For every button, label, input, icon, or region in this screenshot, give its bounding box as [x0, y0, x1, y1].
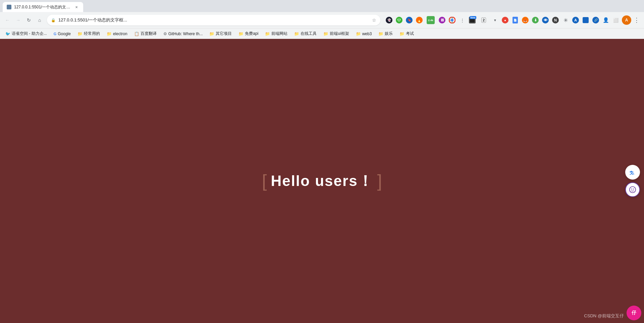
toolbar-icons: 👻 🛡 🔖 🔥 2.4k 🖼: [384, 15, 641, 25]
bookmark-entertainment[interactable]: 📁 娱乐: [376, 29, 395, 38]
svg-point-6: [631, 189, 632, 190]
url-text: 127.0.0.1:5501/一个动态的文字框...: [58, 17, 369, 23]
face-button[interactable]: [625, 182, 640, 197]
bracket-left: [: [262, 172, 267, 190]
dropdown-icon[interactable]: ▼: [490, 15, 500, 25]
bracket-right: ]: [377, 172, 382, 190]
translate-button[interactable]: 文 A: [625, 165, 640, 180]
a-blue-icon[interactable]: A: [571, 15, 580, 25]
folder-entertainment-icon: 📁: [378, 31, 383, 36]
tab-favicon: [7, 5, 11, 9]
refresh-button[interactable]: ↻: [24, 15, 34, 25]
bookmark-google[interactable]: G Google: [51, 30, 73, 38]
bookmarks-bar: 🐦 语雀空间 - 助力企... G Google 📁 经常用的 📁 electr…: [0, 28, 644, 39]
bookmark-common[interactable]: 📁 经常用的: [75, 29, 103, 38]
home-button[interactable]: ⌂: [35, 15, 44, 25]
bookmark-ui[interactable]: 📁 前端ui框架: [321, 29, 352, 38]
gallery-icon[interactable]: 🖼: [437, 15, 447, 25]
yueque-icon: 🐦: [5, 31, 10, 36]
bookmark-star-icon[interactable]: ☆: [372, 17, 376, 23]
bookmark-tools[interactable]: 📁 在线工具: [291, 29, 319, 38]
burst-icon[interactable]: ✳: [561, 15, 570, 25]
svg-text:A: A: [632, 172, 635, 175]
fox-icon[interactable]: 🦊: [521, 15, 530, 25]
profile-button[interactable]: A: [622, 15, 631, 25]
more-menu-button[interactable]: ⋮: [632, 15, 641, 25]
bookmark-yueque[interactable]: 🐦 语雀空间 - 助力企...: [3, 29, 50, 38]
watermark: CSDN @前端交互仔: [584, 313, 624, 319]
pink-button[interactable]: 仔: [627, 306, 641, 320]
bookmark-frontend[interactable]: 📁 前端网站: [262, 29, 290, 38]
more-icon-1[interactable]: ⋮: [458, 15, 467, 25]
svg-point-5: [630, 187, 636, 193]
blue-square-icon[interactable]: [581, 15, 590, 25]
person-icon[interactable]: 👤: [601, 15, 610, 25]
bookmark-icon[interactable]: 🔖: [405, 15, 414, 25]
github-icon: ⚙: [163, 31, 167, 36]
doc-icon[interactable]: 📄: [511, 15, 520, 25]
active-tab[interactable]: 127.0.0.1:5501/一个动态的文字框... ✕: [3, 2, 83, 12]
folder-electron-icon: 📁: [107, 31, 112, 36]
counter-2-4k-icon[interactable]: 2.4k: [425, 15, 437, 25]
folder-ui-icon: 📁: [323, 31, 328, 36]
shield-icon[interactable]: 🛡: [394, 15, 404, 25]
bookmark-web3[interactable]: 📁 web3: [353, 30, 375, 38]
link-icon[interactable]: 🔗: [591, 15, 600, 25]
side-buttons: 文 A: [625, 165, 640, 197]
n-icon[interactable]: N: [551, 15, 560, 25]
eye-icon[interactable]: 👁: [541, 15, 550, 25]
lock-icon: 🔒: [51, 18, 56, 22]
folder-other-icon: 📁: [209, 31, 214, 36]
tab-title: 127.0.0.1:5501/一个动态的文字框...: [14, 4, 71, 10]
address-bar[interactable]: 🔒 127.0.0.1:5501/一个动态的文字框... ☆: [47, 15, 380, 25]
num2-icon[interactable]: 2: [478, 15, 490, 25]
folder-frontend-icon: 📁: [265, 31, 270, 36]
fire-icon[interactable]: 🔥: [415, 15, 424, 25]
forward-button[interactable]: →: [13, 15, 23, 25]
bookmark-github[interactable]: ⚙ GitHub: Where th...: [161, 30, 206, 38]
back-button[interactable]: ←: [3, 15, 12, 25]
bookmark-baidu[interactable]: 📋 百度翻译: [131, 29, 159, 38]
folder-exam-icon: 📁: [399, 31, 405, 36]
folder-web3-icon: 📁: [356, 31, 361, 36]
browser-frame: 127.0.0.1:5501/一个动态的文字框... ✕ ← → ↻ ⌂ 🔒 1…: [0, 0, 644, 323]
baidu-icon: 📋: [134, 31, 139, 36]
folder-common-icon: 📁: [77, 31, 83, 36]
address-bar-row: ← → ↻ ⌂ 🔒 127.0.0.1:5501/一个动态的文字框... ☆ 👻…: [0, 12, 644, 28]
down-arrow-green-icon[interactable]: ⬇: [531, 15, 540, 25]
chrome-icon[interactable]: [447, 15, 457, 25]
tab-close-button[interactable]: ✕: [74, 4, 79, 10]
bookmark-electron[interactable]: 📁 electron: [104, 30, 130, 38]
bookmark-api[interactable]: 📁 免费api: [236, 29, 261, 38]
folder-api-icon: 📁: [238, 31, 244, 36]
text-display: [ Hello users！ ]: [262, 171, 382, 191]
google-icon: G: [54, 32, 57, 36]
red-circle-icon[interactable]: ●: [500, 15, 510, 25]
ghostery-icon[interactable]: 👻: [384, 15, 394, 25]
tab-bar: 127.0.0.1:5501/一个动态的文字框... ✕: [0, 0, 644, 12]
greeting-text: Hello users！: [271, 171, 373, 191]
bookmark-other[interactable]: 📁 其它项目: [207, 29, 234, 38]
new-badge-icon[interactable]: New: [468, 15, 477, 25]
new-badge-label: New: [470, 16, 476, 19]
folder-tools-icon: 📁: [294, 31, 299, 36]
main-content: [ Hello users！ ] 文 A: [0, 39, 644, 323]
bookmark-exam[interactable]: 📁 考试: [397, 29, 417, 38]
tablet-icon[interactable]: ⬜: [611, 15, 621, 25]
svg-point-7: [633, 189, 634, 190]
svg-point-1: [451, 19, 453, 21]
